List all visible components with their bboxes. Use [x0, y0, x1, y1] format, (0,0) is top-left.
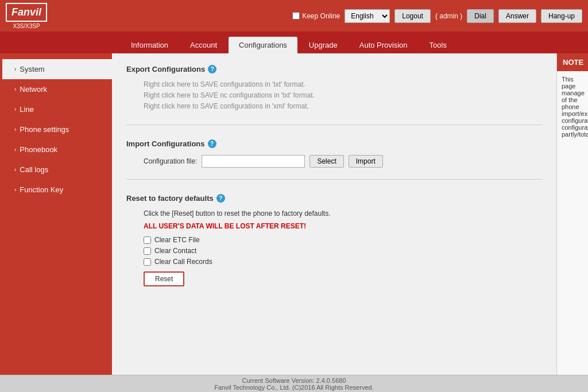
clear-contact-row: Clear Contact: [126, 247, 542, 255]
nav-tabs: Information Account Configurations Upgra…: [0, 32, 588, 53]
export-links: Right click here to SAVE configurations …: [126, 80, 542, 110]
tab-upgrade[interactable]: Upgrade: [299, 37, 348, 53]
dial-button[interactable]: Dial: [467, 9, 494, 23]
main-layout: › System › Network › Line › Phone settin…: [0, 53, 588, 375]
sidebar-item-function-key[interactable]: › Function Key: [0, 180, 112, 200]
sidebar-item-line[interactable]: › Line: [0, 99, 112, 119]
sidebar-item-call-logs[interactable]: › Call logs: [0, 160, 112, 180]
tab-auto-provision[interactable]: Auto Provision: [349, 37, 418, 53]
export-section: Export Configurations ? Right click here…: [126, 65, 542, 125]
reset-button-wrap: Reset: [126, 271, 542, 286]
export-title: Export Configurations ?: [126, 65, 542, 73]
tab-tools[interactable]: Tools: [419, 37, 457, 53]
import-help-icon[interactable]: ?: [208, 139, 216, 148]
sidebar: › System › Network › Line › Phone settin…: [0, 53, 112, 375]
keep-online-checkbox[interactable]: [292, 12, 300, 20]
arrow-icon: ›: [14, 66, 16, 72]
reset-description: Click the [Reset] button to reset the ph…: [126, 209, 542, 218]
admin-label: ( admin ): [435, 12, 462, 20]
clear-call-records-label: Clear Call Records: [154, 258, 212, 266]
export-link-txt[interactable]: Right click here to SAVE configurations …: [144, 80, 542, 88]
clear-contact-checkbox[interactable]: [144, 247, 151, 255]
logo-text: Fanvil: [6, 3, 47, 22]
sidebar-item-phonebook[interactable]: › Phonebook: [0, 139, 112, 160]
note-panel: NOTE This page manage of the phone impor…: [556, 53, 588, 375]
content-area: Export Configurations ? Right click here…: [112, 53, 556, 375]
header-right: Keep Online English Chinese Logout ( adm…: [292, 9, 582, 23]
import-row: Configuration file: Select Import: [126, 155, 542, 168]
export-link-xml[interactable]: Right click here to SAVE configurations …: [144, 102, 542, 110]
reset-button[interactable]: Reset: [144, 271, 184, 286]
import-section: Import Configurations ? Configuration fi…: [126, 139, 542, 180]
sidebar-item-network[interactable]: › Network: [0, 79, 112, 99]
arrow-icon: ›: [14, 146, 16, 153]
arrow-icon: ›: [14, 187, 16, 193]
hangup-button[interactable]: Hang-up: [541, 9, 582, 23]
reset-title: Reset to factory defaults ?: [126, 194, 542, 203]
footer: Current Software Version: 2.4.0.5680 Fan…: [0, 375, 588, 392]
clear-contact-label: Clear Contact: [154, 247, 196, 255]
header: Fanvil X3S/X3SP Keep Online English Chin…: [0, 0, 588, 32]
tab-information[interactable]: Information: [121, 37, 179, 53]
language-select[interactable]: English Chinese: [345, 9, 390, 23]
note-header: NOTE: [557, 53, 588, 71]
reset-section: Reset to factory defaults ? Click the [R…: [126, 194, 542, 298]
arrow-icon: ›: [14, 166, 16, 173]
clear-etc-label: Clear ETC File: [154, 236, 200, 244]
arrow-icon: ›: [14, 126, 16, 133]
clear-call-records-row: Clear Call Records: [126, 258, 542, 266]
arrow-icon: ›: [14, 86, 16, 92]
select-button[interactable]: Select: [310, 155, 343, 168]
sidebar-item-system[interactable]: › System: [0, 59, 112, 79]
clear-call-records-checkbox[interactable]: [144, 258, 151, 266]
clear-etc-row: Clear ETC File: [126, 236, 542, 244]
import-title: Import Configurations ?: [126, 139, 542, 148]
tab-configurations[interactable]: Configurations: [229, 37, 297, 53]
keep-online-label: Keep Online: [292, 12, 340, 20]
logo: Fanvil X3S/X3SP: [6, 3, 47, 29]
config-file-label: Configuration file:: [144, 157, 197, 165]
clear-etc-checkbox[interactable]: [144, 236, 151, 244]
export-link-nc[interactable]: Right click here to SAVE nc configuratio…: [144, 91, 542, 99]
export-help-icon[interactable]: ?: [208, 65, 216, 73]
reset-help-icon[interactable]: ?: [216, 194, 225, 203]
import-button[interactable]: Import: [349, 155, 383, 168]
tab-account[interactable]: Account: [180, 37, 227, 53]
config-file-input[interactable]: [202, 155, 305, 168]
answer-button[interactable]: Answer: [498, 9, 536, 23]
footer-line1: Current Software Version: 2.4.0.5680: [5, 377, 583, 384]
note-body: This page manage of the phone import/ex …: [557, 71, 588, 142]
logout-button[interactable]: Logout: [394, 9, 431, 23]
footer-line2: Fanvil Technology Co., Ltd. (C)2016 All …: [5, 384, 583, 391]
arrow-icon: ›: [14, 106, 16, 112]
logo-sub: X3S/X3SP: [6, 23, 47, 29]
reset-warning: ALL USER'S DATA WILL BE LOST AFTER RESET…: [126, 222, 542, 230]
sidebar-item-phone-settings[interactable]: › Phone settings: [0, 119, 112, 139]
